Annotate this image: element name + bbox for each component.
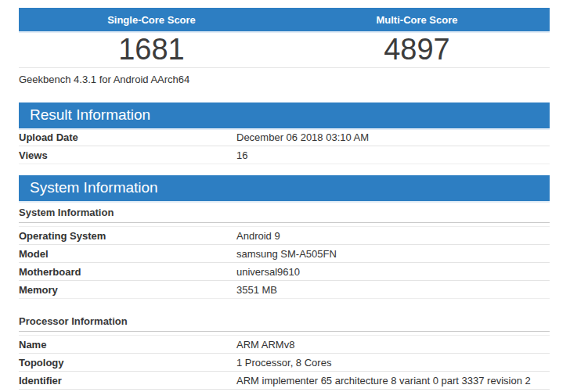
row-label: Model xyxy=(19,245,236,263)
row-label: Memory xyxy=(19,281,236,299)
system-information-section: System Information System Information Op… xyxy=(19,175,550,392)
table-row: Topology 1 Processor, 8 Cores xyxy=(19,354,550,372)
result-information-table: Upload Date December 06 2018 03:10 AM Vi… xyxy=(19,128,550,164)
single-core-score-label: Single-Core Score xyxy=(19,14,284,26)
table-row: Model samsung SM-A505FN xyxy=(19,245,550,263)
table-row: Base Frequency 1.74 GHz xyxy=(19,390,550,392)
processor-information-table: Name ARM ARMv8 Topology 1 Processor, 8 C… xyxy=(19,335,550,392)
row-value: samsung SM-A505FN xyxy=(236,245,550,263)
row-label: Identifier xyxy=(19,372,236,390)
benchmark-version: Geekbench 4.3.1 for Android AArch64 xyxy=(19,68,550,92)
row-label: Motherboard xyxy=(19,263,236,281)
row-label: Topology xyxy=(19,354,236,372)
system-information-header: System Information xyxy=(19,175,550,201)
score-header-bar: Single-Core Score Multi-Core Score xyxy=(19,8,550,31)
system-information-subheader: System Information xyxy=(19,201,550,223)
multi-core-score-value: 4897 xyxy=(284,33,550,66)
row-value: 1.74 GHz xyxy=(236,390,550,392)
row-label: Name xyxy=(19,336,236,354)
table-row: Motherboard universal9610 xyxy=(19,263,550,281)
row-label: Base Frequency xyxy=(19,390,236,392)
result-information-header: Result Information xyxy=(19,102,550,128)
row-value: December 06 2018 03:10 AM xyxy=(236,128,550,146)
row-value: 1 Processor, 8 Cores xyxy=(236,354,550,372)
row-value: ARM implementer 65 architecture 8 varian… xyxy=(236,372,550,390)
result-information-section: Result Information Upload Date December … xyxy=(19,102,550,164)
processor-information-subsection: Processor Information Name ARM ARMv8 Top… xyxy=(19,310,550,392)
row-label: Operating System xyxy=(19,227,236,245)
row-value: universal9610 xyxy=(236,263,550,281)
row-label: Upload Date xyxy=(19,128,236,146)
row-value: ARM ARMv8 xyxy=(236,336,550,354)
table-row: Identifier ARM implementer 65 architectu… xyxy=(19,372,550,390)
score-values-row: 1681 4897 xyxy=(19,31,550,68)
table-row: Memory 3551 MB xyxy=(19,281,550,299)
processor-information-subheader: Processor Information xyxy=(19,310,550,332)
table-row: Operating System Android 9 xyxy=(19,227,550,245)
row-value: Android 9 xyxy=(236,227,550,245)
table-row: Views 16 xyxy=(19,146,550,164)
table-row: Upload Date December 06 2018 03:10 AM xyxy=(19,128,550,146)
single-core-score-value: 1681 xyxy=(19,33,284,66)
system-information-table: Operating System Android 9 Model samsung… xyxy=(19,226,550,299)
row-label: Views xyxy=(19,146,236,164)
table-row: Name ARM ARMv8 xyxy=(19,336,550,354)
multi-core-score-label: Multi-Core Score xyxy=(284,14,550,26)
row-value: 3551 MB xyxy=(236,281,550,299)
geekbench-result-page: Single-Core Score Multi-Core Score 1681 … xyxy=(19,8,550,392)
row-value: 16 xyxy=(236,146,550,164)
system-information-subsection: System Information Operating System Andr… xyxy=(19,201,550,299)
